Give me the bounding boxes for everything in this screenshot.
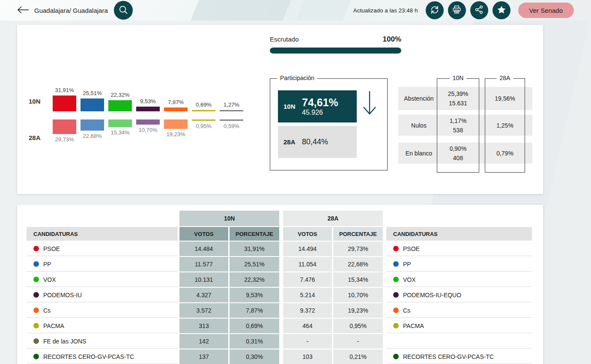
votes-cell-10n: 4.327 <box>179 288 228 302</box>
abstencion-28a-header: 28A <box>497 75 513 81</box>
party-cell-28a: Cs <box>386 303 532 318</box>
share-icon <box>474 5 484 16</box>
back-button[interactable] <box>17 6 29 15</box>
party-color-dot <box>33 277 39 282</box>
votes-cell-28a: 5.214 <box>283 288 332 302</box>
party-name-10n: VOX <box>43 276 56 283</box>
percent-cell-10n: 25,51% <box>230 257 279 272</box>
percent-cell-10n: 0,30% <box>230 349 279 364</box>
chart-bar-10n <box>136 107 160 111</box>
party-color-dot <box>393 323 399 328</box>
percent-cell-28a: 22,68% <box>333 257 383 272</box>
votes-cell-10n: 3.572 <box>179 303 228 318</box>
party-color-dot <box>393 292 399 298</box>
party-cell-28a: PACMA <box>386 319 532 333</box>
chart-bar-label-28a: 19,23% <box>164 131 188 138</box>
party-name-28a: RECORTES CERO-GV-PCAS-TC <box>403 353 494 360</box>
percent-cell-28a: 15,34% <box>333 272 383 287</box>
party-cell-10n: VOX <box>27 272 178 287</box>
search-button[interactable] <box>114 1 133 20</box>
chart-row-label-28a: 28A <box>29 134 48 141</box>
votes-cell-28a: 103 <box>283 349 332 364</box>
percent-cell-10n: 0,69% <box>230 319 279 333</box>
votos-header-28a: VOTOS <box>283 227 332 241</box>
votes-cell-28a: 11.054 <box>283 257 332 272</box>
votes-cell-10n: 10.131 <box>179 272 228 287</box>
ver-senado-button[interactable]: Ver Senado <box>518 3 574 18</box>
chart-bar-label-10n: 25,51% <box>81 90 104 97</box>
chart-bar-label-28a: 10,70% <box>136 126 160 134</box>
chart-bar-10n <box>108 100 132 111</box>
escrutado-progress-fill <box>270 48 401 54</box>
party-cell-10n: PODEMOS-IU <box>27 288 178 302</box>
chart-bar-label-10n: 31,91% <box>53 87 76 94</box>
favorite-button[interactable] <box>493 1 510 19</box>
topbar-wedge <box>191 0 291 21</box>
table-group-header-10n: 10N <box>179 211 279 226</box>
percent-cell-10n: 31,91% <box>230 242 279 256</box>
chart-bar-28a <box>192 119 215 121</box>
breadcrumb[interactable]: Guadalajara/ Guadalajara <box>34 7 108 14</box>
star-icon <box>496 5 507 16</box>
party-color-dot <box>393 261 399 267</box>
party-color-dot <box>393 307 399 313</box>
party-color-dot <box>33 307 39 313</box>
percent-cell-10n: 7,87% <box>230 303 279 318</box>
party-name-10n: Cs <box>43 307 51 314</box>
chart-bar-28a <box>164 119 188 129</box>
chart-bar-label-28a: 29,73% <box>53 136 76 143</box>
participacion-10n-votes: 45.926 <box>302 108 338 116</box>
percent-cell-10n: 0,31% <box>230 334 279 349</box>
percent-cell-28a: - <box>333 334 383 349</box>
escrutado-progressbar <box>270 48 401 54</box>
party-name-10n: PACMA <box>43 322 64 329</box>
party-cell-10n: FE de las JONS <box>27 334 178 349</box>
chart-bar-28a <box>81 119 104 131</box>
results-table-card: 10N 28A CANDIDATURAS VOTOS PORCENTAJE VO… <box>17 205 543 364</box>
participacion-10n: 10N 74,61% 45.926 <box>278 90 357 122</box>
chart-bar-label-10n: 1,27% <box>220 101 243 108</box>
votes-cell-28a: 7.476 <box>283 272 332 287</box>
party-color-dot <box>393 354 399 359</box>
participacion-title: Participación <box>277 75 317 81</box>
abstencion-row-label: En blanco <box>398 143 439 164</box>
refresh-icon <box>430 5 440 16</box>
party-color-dot <box>33 323 39 328</box>
party-cell-10n: PACMA <box>27 319 178 333</box>
percent-cell-28a: 10,70% <box>333 288 383 302</box>
print-button[interactable] <box>448 1 466 19</box>
topbar: Guadalajara/ Guadalajara Actualizado a l… <box>0 0 591 21</box>
votes-cell-10n: 11.577 <box>179 257 228 272</box>
party-cell-10n: PSOE <box>27 242 178 256</box>
chart-bar-28a <box>220 119 243 121</box>
chart-row-label-10n: 10N <box>29 98 48 105</box>
chart-bar-label-28a: 15,34% <box>108 129 132 136</box>
chart-bar-label-28a: 0,59% <box>220 122 243 130</box>
party-color-dot <box>33 292 39 298</box>
escrutado-label: Escrutado <box>270 36 299 43</box>
chart-bar-label-10n: 7,87% <box>164 98 188 106</box>
escrutado-block: Escrutado 100% <box>270 35 401 54</box>
percent-cell-28a: 19,23% <box>333 303 383 318</box>
porcentaje-header-28a: PORCENTAJE <box>333 227 383 241</box>
results-bar-chart: 31,91%29,73%25,51%22,68%22,32%15,34%9,53… <box>53 85 243 155</box>
votos-header-10n: VOTOS <box>179 227 228 241</box>
party-cell-28a: PP <box>386 257 532 272</box>
party-color-dot <box>33 261 39 267</box>
votes-cell-10n: 14.484 <box>179 242 228 256</box>
party-name-28a: VOX <box>403 276 416 283</box>
abstencion-row-label: Nulos <box>398 115 439 136</box>
votes-cell-28a: 14.494 <box>283 242 332 256</box>
participacion-10n-percent: 74,61% <box>302 97 338 108</box>
refresh-button[interactable] <box>426 1 444 19</box>
share-button[interactable] <box>470 1 488 19</box>
party-name-28a: PSOE <box>403 245 420 252</box>
party-name-28a: PODEMOS-IU-EQUO <box>403 292 461 298</box>
percent-cell-28a: 0,95% <box>333 319 383 333</box>
results-table: 10N 28A CANDIDATURAS VOTOS PORCENTAJE VO… <box>27 211 532 364</box>
party-cell-10n: RECORTES CERO-GV-PCAS-TC <box>27 349 178 364</box>
print-icon <box>452 5 462 16</box>
chart-bar-label-28a: 22,68% <box>81 132 104 140</box>
chart-bar-28a <box>108 119 132 127</box>
percent-cell-28a: 0,21% <box>333 349 383 364</box>
